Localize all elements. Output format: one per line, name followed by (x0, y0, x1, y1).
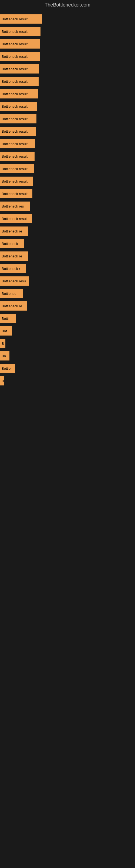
bar-label: Bottleneck re (2, 254, 22, 258)
bar-label: Bottleneck result (2, 80, 28, 84)
bar-label: Bottle (2, 367, 10, 371)
bottleneck-bar: B (0, 376, 4, 385)
bar-label: Bottlenec (2, 291, 16, 296)
bar-row: Bottlenec (0, 287, 135, 300)
bottleneck-bar: Bottleneck res (0, 202, 30, 211)
bottleneck-bar: Bottleneck result (0, 77, 39, 86)
bar-row: Bottleneck (0, 237, 135, 250)
bars-container: Bottleneck resultBottleneck resultBottle… (0, 10, 135, 390)
bottleneck-bar: B (0, 339, 5, 348)
bar-row: Bot (0, 325, 135, 337)
bar-label: Bottleneck res (2, 204, 24, 208)
bar-label: Bottleneck result (2, 142, 28, 146)
bottleneck-bar: Bottleneck result (0, 52, 40, 61)
bottleneck-bar: Bottleneck result (0, 152, 35, 161)
bottleneck-bar: Bottle (0, 364, 15, 373)
bar-row: Bo (0, 350, 135, 362)
bar-label: Bot (2, 329, 7, 333)
bar-row: Bottleneck re (0, 300, 135, 312)
bar-row: Bottleneck result (0, 13, 135, 25)
page-title: TheBottlenecker.com (0, 0, 135, 10)
bar-row: Bottleneck result (0, 75, 135, 88)
bar-label: Bottleneck result (2, 129, 28, 133)
bar-row: Bottleneck result (0, 162, 135, 175)
bar-label: Bottleneck re (2, 229, 22, 233)
bottleneck-bar: Bottlenec (0, 289, 23, 298)
bar-label: Bottleneck result (2, 30, 28, 34)
bottleneck-bar: Bottleneck result (0, 39, 40, 49)
bar-row: Bottleneck result (0, 137, 135, 150)
bottleneck-bar: Bottleneck re (0, 301, 27, 311)
bar-row: Bottleneck result (0, 212, 135, 225)
bar-label: Bottleneck result (2, 42, 28, 46)
bar-row: Bottleneck result (0, 38, 135, 50)
bar-label: Bottleneck result (2, 17, 28, 21)
bar-label: Bottleneck re (2, 304, 22, 308)
bottleneck-bar: Bottleneck result (0, 102, 37, 111)
bar-label: Bottleneck result (2, 167, 28, 171)
bar-label: Bottleneck result (2, 154, 28, 158)
bottleneck-bar: Bottleneck result (0, 177, 33, 186)
bar-row: Bottleneck result (0, 187, 135, 200)
bar-label: Bottleneck (2, 242, 18, 246)
bottleneck-bar: Bottleneck result (0, 127, 36, 136)
bottleneck-bar: Bottleneck resu (0, 276, 29, 286)
bar-row: Bottleneck result (0, 113, 135, 125)
bar-row: Bottleneck re (0, 250, 135, 262)
bar-row: Bottleneck result (0, 50, 135, 63)
bottleneck-bar: Bottleneck re (0, 226, 28, 236)
bar-label: Bottleneck result (2, 217, 28, 221)
bottleneck-bar: Bottleneck result (0, 64, 39, 73)
bar-row: Bottleneck result (0, 100, 135, 113)
bottleneck-bar: Bottleneck result (0, 14, 42, 24)
bar-row: Bottleneck res (0, 200, 135, 212)
bottleneck-bar: Bottleneck r (0, 264, 26, 273)
bar-row: B (0, 375, 135, 387)
bar-label: Bottleneck result (2, 92, 28, 96)
bar-row: Bottleneck result (0, 125, 135, 137)
bottleneck-bar: Bottleneck result (0, 27, 41, 36)
bottleneck-bar: Bottleneck (0, 239, 24, 248)
bar-row: Bottleneck result (0, 25, 135, 38)
bar-row: Bottleneck result (0, 63, 135, 75)
bottleneck-bar: Bottleneck re (0, 251, 28, 261)
bottleneck-bar: Bottleneck result (0, 114, 37, 123)
bar-label: Bo (2, 354, 6, 358)
bar-row: Bottleneck r (0, 262, 135, 275)
bar-row: Bottle (0, 362, 135, 375)
bar-label: Bottleneck resu (2, 279, 26, 283)
bar-row: B (0, 337, 135, 350)
bar-row: Bottleneck result (0, 150, 135, 162)
bar-label: B (2, 379, 4, 383)
bottleneck-bar: Bottleneck result (0, 89, 38, 98)
bar-row: Bottleneck re (0, 225, 135, 237)
bottleneck-bar: Bottleneck result (0, 214, 32, 223)
bar-row: Bottl (0, 312, 135, 325)
bar-label: Bottleneck result (2, 104, 28, 108)
bar-label: Bottleneck result (2, 117, 28, 121)
bottleneck-bar: Bottleneck result (0, 164, 34, 173)
bottleneck-bar: Bo (0, 351, 9, 361)
bar-label: Bottleneck result (2, 67, 28, 71)
bottleneck-bar: Bottleneck result (0, 139, 35, 148)
bar-label: Bottleneck r (2, 267, 20, 271)
bottleneck-bar: Bottl (0, 314, 16, 323)
bar-row: Bottleneck resu (0, 275, 135, 287)
bar-label: Bottleneck result (2, 55, 28, 59)
bottleneck-bar: Bot (0, 326, 12, 336)
bar-row: Bottleneck result (0, 175, 135, 187)
bar-label: B (2, 341, 4, 346)
bottleneck-bar: Bottleneck result (0, 189, 32, 198)
bar-label: Bottleneck result (2, 192, 28, 196)
bar-row: Bottleneck result (0, 88, 135, 100)
bar-label: Bottl (2, 316, 9, 321)
bar-label: Bottleneck result (2, 179, 28, 183)
